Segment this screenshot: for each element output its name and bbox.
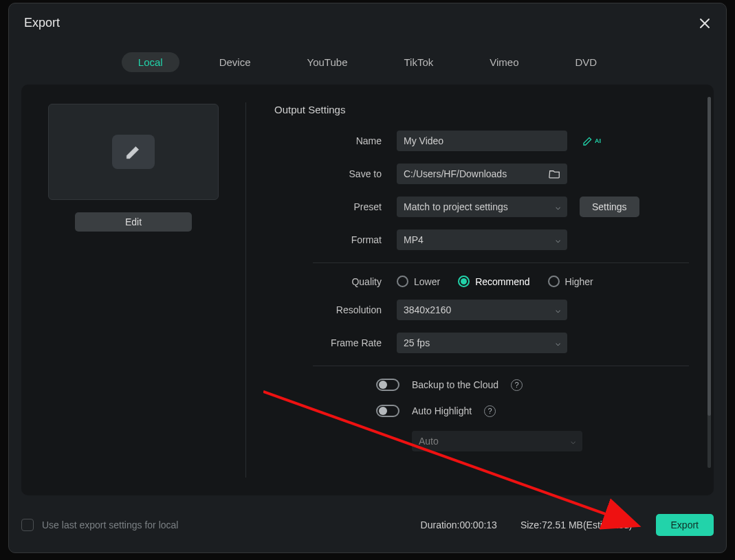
- output-settings-title: Output Settings: [274, 104, 689, 115]
- backup-cloud-toggle[interactable]: [376, 379, 399, 391]
- quality-recommend[interactable]: Recommend: [458, 276, 529, 287]
- preset-value: Match to project settings: [404, 201, 508, 212]
- settings-panel: Edit Output Settings Name AI Save to C:/…: [21, 85, 714, 495]
- dialog-header: Export: [9, 3, 726, 37]
- tab-vimeo[interactable]: Vimeo: [473, 52, 535, 72]
- row-format: Format MP4 ⌵: [274, 229, 689, 250]
- right-column: Output Settings Name AI Save to C:/Users…: [245, 85, 714, 495]
- preset-settings-button[interactable]: Settings: [580, 197, 639, 217]
- export-button[interactable]: Export: [656, 514, 714, 536]
- row-name: Name AI: [274, 131, 689, 151]
- row-auto-highlight: Auto Highlight ?: [274, 405, 689, 417]
- tab-tiktok[interactable]: TikTok: [387, 52, 450, 72]
- help-icon[interactable]: ?: [511, 379, 523, 391]
- quality-radio-group: Lower Recommend Higher: [397, 276, 593, 287]
- quality-higher[interactable]: Higher: [548, 276, 593, 287]
- chevron-down-icon: ⌵: [556, 305, 560, 315]
- duration-text: Duration:00:00:13: [421, 519, 497, 530]
- row-backup-cloud: Backup to the Cloud ?: [274, 379, 689, 391]
- tab-youtube[interactable]: YouTube: [291, 52, 364, 72]
- use-last-settings-label: Use last export settings for local: [42, 519, 178, 530]
- row-frame-rate: Frame Rate 25 fps ⌵: [274, 333, 689, 353]
- close-icon[interactable]: [699, 17, 711, 30]
- dialog-footer: Use last export settings for local Durat…: [21, 510, 714, 540]
- preset-select[interactable]: Match to project settings ⌵: [397, 197, 567, 217]
- label-name: Name: [274, 135, 397, 146]
- quality-lower[interactable]: Lower: [397, 276, 440, 287]
- format-value: MP4: [404, 234, 424, 245]
- export-dialog: Export Local Device YouTube TikTok Vimeo…: [8, 3, 727, 553]
- auto-highlight-toggle[interactable]: [376, 405, 399, 417]
- use-last-settings-checkbox[interactable]: [21, 519, 34, 531]
- frame-rate-select[interactable]: 25 fps ⌵: [397, 333, 567, 353]
- resolution-select[interactable]: 3840x2160 ⌵: [397, 300, 567, 320]
- edit-thumbnail-button[interactable]: Edit: [75, 212, 192, 232]
- label-format: Format: [274, 234, 397, 245]
- row-preset: Preset Match to project settings ⌵ Setti…: [274, 197, 689, 217]
- tab-local[interactable]: Local: [122, 52, 179, 72]
- folder-icon[interactable]: [549, 169, 560, 179]
- save-to-value: C:/Users/HF/Downloads: [404, 168, 507, 179]
- auto-highlight-value: Auto: [419, 436, 439, 447]
- chevron-down-icon: ⌵: [556, 235, 560, 245]
- scrollbar-thumb[interactable]: [707, 97, 711, 416]
- pencil-icon: [124, 143, 142, 161]
- label-frame-rate: Frame Rate: [274, 337, 397, 348]
- thumbnail-edit-icon-box: [112, 135, 155, 169]
- chevron-down-icon: ⌵: [556, 202, 560, 212]
- format-select[interactable]: MP4 ⌵: [397, 229, 567, 250]
- label-preset: Preset: [274, 201, 397, 212]
- frame-rate-value: 25 fps: [404, 337, 430, 348]
- label-save-to: Save to: [274, 168, 397, 179]
- resolution-value: 3840x2160: [404, 304, 451, 315]
- help-icon[interactable]: ?: [484, 405, 496, 417]
- row-auto-highlight-mode: Auto ⌵: [274, 431, 689, 451]
- backup-cloud-label: Backup to the Cloud: [412, 379, 498, 390]
- tab-device[interactable]: Device: [203, 52, 267, 72]
- dialog-title: Export: [24, 16, 60, 30]
- tab-dvd[interactable]: DVD: [559, 52, 614, 72]
- auto-highlight-select[interactable]: Auto ⌵: [412, 431, 582, 451]
- export-tabs: Local Device YouTube TikTok Vimeo DVD: [9, 37, 726, 85]
- ai-rename-icon[interactable]: AI: [582, 135, 601, 146]
- divider: [313, 262, 689, 263]
- label-quality: Quality: [274, 276, 397, 287]
- scrollbar[interactable]: [707, 97, 711, 468]
- auto-highlight-label: Auto Highlight: [412, 405, 472, 416]
- name-input[interactable]: [397, 131, 567, 151]
- chevron-down-icon: ⌵: [556, 338, 560, 348]
- left-column: Edit: [21, 85, 245, 495]
- video-thumbnail[interactable]: [48, 104, 219, 200]
- row-resolution: Resolution 3840x2160 ⌵: [274, 300, 689, 320]
- size-text: Size:72.51 MB(Estimated): [520, 519, 633, 530]
- row-quality: Quality Lower Recommend Higher: [274, 276, 689, 287]
- chevron-down-icon: ⌵: [571, 436, 575, 446]
- divider: [313, 366, 689, 366]
- label-resolution: Resolution: [274, 304, 397, 315]
- save-to-field[interactable]: C:/Users/HF/Downloads: [397, 164, 567, 184]
- row-save-to: Save to C:/Users/HF/Downloads: [274, 164, 689, 184]
